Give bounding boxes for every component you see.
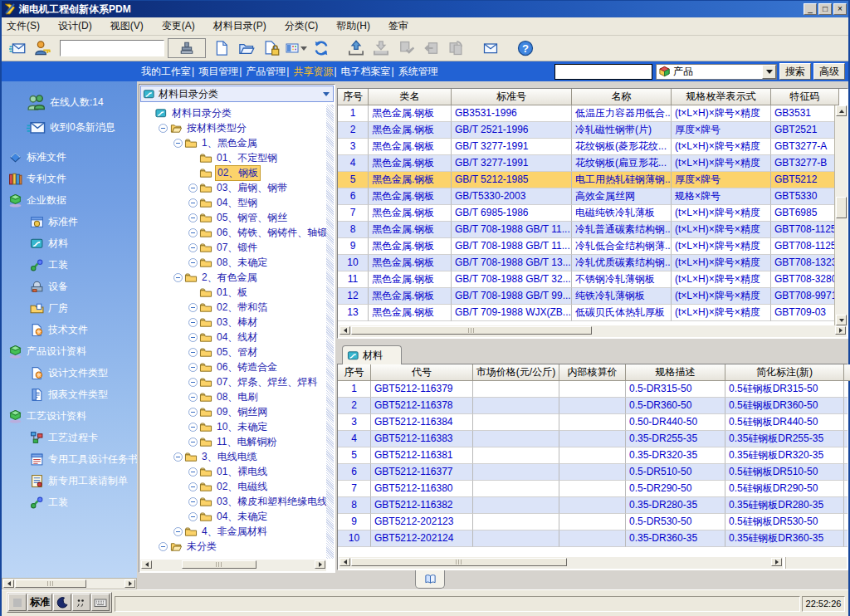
menu-item-1[interactable]: 设计(D) bbox=[58, 19, 92, 33]
tree-node-23[interactable]: 3、电线电缆 bbox=[140, 449, 326, 464]
tree-expander-icon[interactable] bbox=[188, 228, 198, 237]
menu-item-3[interactable]: 变更(A) bbox=[162, 19, 195, 33]
tree-node-7[interactable]: 05、钢管、钢丝 bbox=[140, 210, 326, 225]
menu-item-4[interactable]: 材料目录(P) bbox=[213, 19, 266, 33]
menu-item-7[interactable]: 签审 bbox=[388, 19, 408, 33]
tree-node-1[interactable]: 按材料类型分 bbox=[140, 120, 326, 135]
table-row[interactable]: 7GBT5212-1163800.5-DR290-500.5硅钢板DR290-5… bbox=[338, 481, 848, 497]
table-row[interactable]: 1黑色金属.钢板GB3531-1996低温压力容器用低合...(t×L×H)×牌… bbox=[338, 105, 848, 122]
tree-node-26[interactable]: 03、橡皮和塑料绝缘电线电缆 bbox=[140, 494, 326, 509]
tree-expander-icon[interactable] bbox=[188, 213, 198, 222]
tree-node-14[interactable]: 03、棒材 bbox=[140, 315, 326, 330]
tree-node-29[interactable]: 未分类 bbox=[140, 539, 326, 554]
tree-node-2[interactable]: 1、黑色金属 bbox=[140, 135, 326, 150]
nav-tab-3[interactable]: 共享资源 bbox=[293, 65, 333, 79]
send-mail-button[interactable] bbox=[7, 37, 28, 59]
tree-node-9[interactable]: 07、锻件 bbox=[140, 240, 326, 255]
tree-expander-icon[interactable] bbox=[188, 348, 198, 357]
tree-hscrollbar[interactable] bbox=[140, 560, 326, 571]
table-row[interactable]: 2GBT5212-1163780.5-DR360-500.5硅钢板DR360-5… bbox=[338, 398, 848, 414]
table-row[interactable]: 8GBT5212-1163820.35-DR280-350.35硅钢板DR280… bbox=[338, 497, 848, 514]
column-header[interactable]: 类名 bbox=[369, 89, 452, 105]
table-row[interactable]: 5GBT5212-1163810.35-DR320-350.35硅钢板DR320… bbox=[338, 447, 848, 464]
tree-node-17[interactable]: 06、铸造合金 bbox=[140, 359, 326, 374]
tree-node-18[interactable]: 07、焊条、焊丝、焊料 bbox=[140, 374, 326, 389]
tree-node-3[interactable]: 01、不定型钢 bbox=[140, 150, 326, 165]
table-row[interactable]: 4GBT5212-1163830.35-DR255-350.35硅钢板DR255… bbox=[338, 431, 848, 447]
tree-expander-icon[interactable] bbox=[188, 378, 198, 387]
tree-expander-icon[interactable] bbox=[188, 243, 198, 252]
minimize-button[interactable]: _ bbox=[804, 3, 817, 15]
table-row[interactable]: 9黑色金属.钢板GB/T 708-1988 GB/T 11...冷轧低合金结构钢… bbox=[338, 238, 848, 255]
nav-tab-1[interactable]: 项目管理 bbox=[198, 65, 238, 79]
tree-node-6[interactable]: 04、型钢 bbox=[140, 195, 326, 210]
sidebar-item-17[interactable]: 新专用工装请制单 bbox=[2, 472, 137, 490]
sidebar-item-18[interactable]: 工装 bbox=[2, 493, 137, 511]
ime-keyboard-button[interactable] bbox=[91, 594, 110, 611]
stamp-button[interactable] bbox=[168, 38, 206, 58]
sidebar-item-13[interactable]: 报表文件类型 bbox=[2, 385, 137, 403]
menu-item-5[interactable]: 分类(C) bbox=[285, 19, 319, 33]
sidebar-item-0[interactable]: 在线人数:14 bbox=[2, 91, 137, 113]
column-header[interactable]: 代号 bbox=[371, 364, 473, 381]
ime-punctuation-button[interactable] bbox=[72, 594, 90, 611]
table-hscrollbar[interactable] bbox=[339, 557, 783, 569]
column-header[interactable]: 规格枚举表示式 bbox=[672, 89, 771, 105]
tree-node-8[interactable]: 06、铸铁、钢铸件、轴锻件 bbox=[140, 225, 326, 240]
ime-fullhalf-button[interactable] bbox=[53, 594, 71, 611]
sidebar-item-16[interactable]: 专用工具设计任务书 bbox=[2, 450, 137, 468]
user-permission-button[interactable] bbox=[32, 37, 53, 59]
scroll-thumb[interactable] bbox=[351, 558, 567, 566]
table-row[interactable]: 4黑色金属.钢板GB/T 3277-1991花纹钢板(扁豆形花...(t×L×H… bbox=[338, 155, 848, 172]
tree-vscrollbar[interactable] bbox=[326, 105, 334, 559]
table-row[interactable]: 5黑色金属.钢板GB/T 5212-1985电工用热轧硅钢薄钢...厚度×牌号G… bbox=[338, 172, 848, 188]
table-row[interactable]: 6GBT5212-1163770.5-DR510-500.5硅钢板DR510-5… bbox=[338, 464, 848, 481]
tree-node-21[interactable]: 10、未确定 bbox=[140, 419, 326, 434]
table-row[interactable]: 12黑色金属.钢板GB/T 708-1988 GB/T 99...纯铁冷轧薄钢板… bbox=[338, 288, 848, 305]
undo-checkout-button[interactable] bbox=[420, 37, 442, 59]
sidebar-item-14[interactable]: 工艺设计资料 bbox=[2, 407, 137, 425]
scroll-up-icon[interactable] bbox=[836, 105, 847, 116]
tree-node-13[interactable]: 02、带和箔 bbox=[140, 300, 326, 315]
scroll-left-icon[interactable] bbox=[340, 326, 350, 335]
menu-item-6[interactable]: 帮助(H) bbox=[336, 19, 370, 33]
table-hscrollbar-secondary[interactable] bbox=[785, 557, 847, 569]
quick-search-input[interactable] bbox=[60, 40, 164, 56]
ime-logo-icon[interactable] bbox=[8, 594, 27, 611]
scroll-left-icon[interactable] bbox=[141, 560, 152, 569]
table-row[interactable]: 6黑色金属.钢板GB/T5330-2003高效金属丝网规格×牌号GBT5330 bbox=[338, 188, 848, 205]
scroll-left-icon[interactable] bbox=[3, 579, 14, 588]
tree-expander-icon[interactable] bbox=[188, 512, 198, 521]
tab-browse[interactable] bbox=[415, 570, 445, 589]
tree-expander-icon[interactable] bbox=[173, 452, 183, 462]
table-row[interactable]: 11黑色金属.钢板GB/T 708-1988 GB/T 32...不锈钢冷轧薄钢… bbox=[338, 271, 848, 288]
search-input[interactable] bbox=[554, 64, 652, 80]
sidebar-item-2[interactable]: 标准文件 bbox=[2, 148, 137, 166]
help-button[interactable]: ? bbox=[515, 37, 536, 59]
menu-item-2[interactable]: 视图(V) bbox=[110, 19, 144, 33]
chevron-down-icon[interactable] bbox=[300, 46, 307, 51]
tree-expander-icon[interactable] bbox=[188, 497, 198, 506]
column-header[interactable] bbox=[844, 364, 850, 381]
category-dropdown[interactable]: 产品 bbox=[656, 64, 777, 80]
catalog-combobox[interactable]: 材料目录分类 bbox=[140, 86, 334, 102]
table-row[interactable]: 8黑色金属.钢板GB/T 708-1988 GB/T 11...冷轧普通碳素结构… bbox=[338, 222, 848, 238]
tree-node-16[interactable]: 05、管材 bbox=[140, 345, 326, 359]
tree-node-19[interactable]: 08、电刷 bbox=[140, 389, 326, 404]
column-header[interactable]: 市场价格(元/公斤) bbox=[473, 364, 559, 381]
column-header[interactable]: 规格描述 bbox=[626, 364, 725, 381]
scroll-right-icon[interactable] bbox=[125, 579, 135, 588]
sidebar-item-4[interactable]: 企业数据 bbox=[2, 191, 137, 209]
update-button[interactable] bbox=[445, 37, 467, 59]
search-button[interactable]: 搜索 bbox=[779, 63, 811, 80]
scroll-left-icon[interactable] bbox=[340, 558, 350, 566]
view-list-button[interactable] bbox=[286, 37, 307, 59]
tree-expander-icon[interactable] bbox=[173, 527, 183, 536]
ime-mode-button[interactable]: 标准 bbox=[27, 594, 52, 611]
sidebar-item-12[interactable]: 设计文件类型 bbox=[2, 364, 137, 382]
tree-expander-icon[interactable] bbox=[188, 438, 198, 447]
table-row[interactable]: 2黑色金属.钢板GB/T 2521-1996冷轧磁性钢带(片)厚度×牌号GBT2… bbox=[338, 122, 848, 139]
tree-expander-icon[interactable] bbox=[188, 258, 198, 267]
sidebar-item-7[interactable]: 工装 bbox=[2, 256, 137, 274]
nav-tab-4[interactable]: 电子档案室 bbox=[341, 65, 391, 79]
